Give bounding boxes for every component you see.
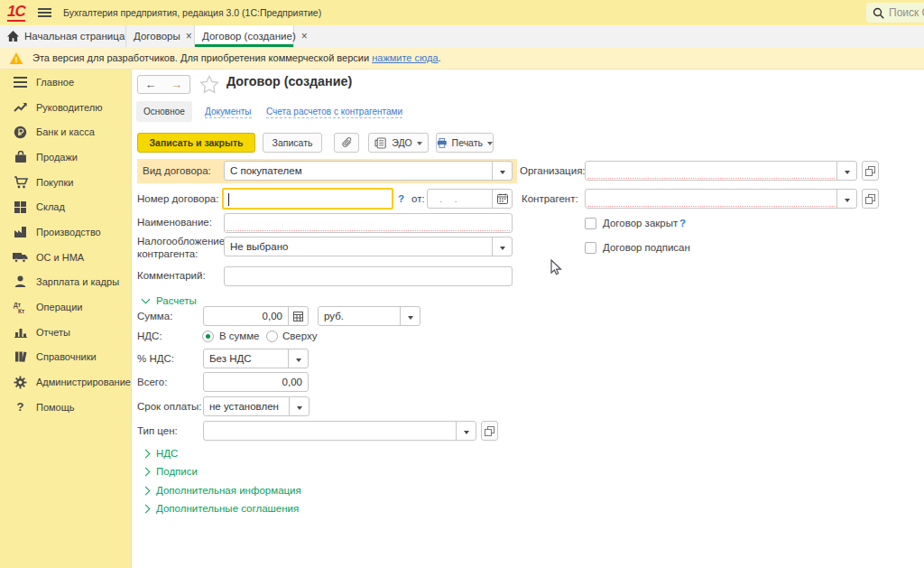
number-help[interactable]: ? [398,193,404,204]
kind-combobox[interactable]: С покупателем [224,161,513,181]
tax-dropdown-arrow [500,247,505,253]
sidebar-item-pokupki[interactable]: Покупки [0,170,131,195]
group-raschety[interactable]: Расчеты [143,295,197,306]
sidebar-label: Производство [36,227,101,237]
sidebar-item-proizvodstvo[interactable]: Производство [0,219,131,245]
kind-dropdown-button[interactable] [492,162,512,180]
closed-help[interactable]: ? [679,218,686,228]
sidebar-item-operacii[interactable]: ДтКт Операции [0,294,131,320]
tax-label: Налогообложениеконтрагента: [137,236,225,260]
books-icon [11,349,30,365]
back-button[interactable]: ← [137,75,164,94]
sum-calc-button[interactable] [288,307,308,325]
vat-pct-dropdown-arrow [296,358,301,365]
nav-tab-osnovnoe[interactable]: Основное [136,101,192,122]
contr-dropdown-arrow [845,199,850,205]
edo-button[interactable]: ЭДО [368,133,429,153]
sidebar-item-rukovoditelyu[interactable]: Руководителю [0,95,131,120]
group-dop-info[interactable]: Дополнительная информация [143,485,301,496]
price-open-button[interactable] [481,421,498,441]
menu-lines-icon [11,74,30,89]
contr-dropdown-button[interactable] [836,190,856,208]
favorite-star-icon[interactable] [199,75,219,94]
price-combobox[interactable] [203,421,476,441]
vat-pct-combobox[interactable]: Без НДС [203,349,309,368]
group-nds[interactable]: НДС [143,448,178,459]
sidebar-item-prodazhi[interactable]: Продажи [0,144,131,170]
sidebar-item-administrirovanie[interactable]: Администрирование [0,369,131,395]
warning-link[interactable]: нажмите сюда [372,52,438,63]
number-input[interactable] [222,188,393,210]
1c-logo: 1С [7,4,25,22]
sidebar-item-zarplata[interactable]: Зарплата и кадры [0,270,131,295]
sidebar-label: Администрирование [36,377,131,387]
gear-icon [11,375,30,390]
number-value [224,190,392,208]
closed-checkbox[interactable] [585,218,596,229]
contr-combobox[interactable] [585,189,857,209]
org-open-button[interactable] [862,161,879,181]
vat-pct-value: Без НДС [204,349,288,368]
nav-link-dokumenty[interactable]: Документы [205,106,252,118]
signed-checkbox[interactable] [585,242,596,254]
sum-input[interactable]: 0,00 [203,306,309,326]
bag-icon [11,149,30,164]
save-close-button[interactable]: Записать и закрыть [137,133,255,153]
due-dropdown-button[interactable] [289,397,309,415]
tab-dogovory[interactable]: Договоры × [126,25,195,47]
forward-button[interactable]: → [163,75,190,94]
chevron-down-icon [142,295,151,304]
sidebar-item-sklad[interactable]: Склад [0,194,131,219]
sections-panel: Главное Руководителю Банк и касса Продаж… [0,70,132,568]
from-label: от: [411,193,425,206]
currency-value: руб. [319,307,400,325]
name-input[interactable] [224,213,513,233]
kind-dropdown-arrow [500,171,505,177]
group-podpisi[interactable]: Подписи [143,466,198,477]
tab-dogovory-close-icon[interactable]: × [186,32,192,41]
mouse-cursor [550,259,562,276]
tab-dogovor-create[interactable]: Договор (создание) × [195,25,294,47]
sidebar-label: ОС и НМА [36,252,84,263]
group-dop-soglasheniya[interactable]: Дополнительные соглашения [143,503,299,514]
price-label: Тип цен: [137,425,178,438]
currency-dropdown-button[interactable] [400,307,420,325]
total-input[interactable]: 0,00 [203,372,309,392]
svg-text:Кт: Кт [18,308,24,314]
tax-dropdown-button[interactable] [492,237,512,256]
contr-open-button[interactable] [862,189,879,209]
sidebar-item-os-nma[interactable]: ОС и НМА [0,245,131,270]
sidebar-item-otchety[interactable]: Отчеты [0,320,131,345]
tab-home[interactable]: Начальная страница [0,25,126,47]
main-menu-icon[interactable] [38,8,51,19]
sidebar-item-pomosch[interactable]: ? Помощь [0,395,131,420]
due-combobox[interactable]: не установлен [203,396,310,416]
price-dropdown-button[interactable] [456,422,476,440]
date-picker-button[interactable] [492,190,512,208]
global-search[interactable]: Поиск C [866,3,924,23]
sidebar-item-spravochniki[interactable]: Справочники [0,345,131,370]
vat-pct-dropdown-button[interactable] [288,349,308,368]
save-button[interactable]: Записать [263,133,322,153]
org-combobox[interactable] [585,161,857,181]
print-button[interactable]: Печать [436,133,494,153]
vat-in-label: В сумме [219,331,259,343]
org-value [586,162,836,180]
grid-icon [11,200,30,215]
tax-combobox[interactable]: Не выбрано [224,237,513,256]
date-input[interactable]: . . [427,189,513,209]
attach-button[interactable] [334,133,359,153]
sidebar-item-bank-kassa[interactable]: Банк и касса [0,119,131,144]
nav-link-accounts[interactable]: Счета расчетов с контрагентами [266,106,402,118]
date-placeholder: . . [428,190,492,208]
vat-in-radio[interactable] [202,331,214,342]
tab-dogovor-create-close-icon[interactable]: × [301,32,308,41]
dev-version-warning: ! Эта версия для разработчиков. Для прио… [0,47,924,70]
org-dropdown-button[interactable] [836,162,856,180]
currency-combobox[interactable]: руб. [318,306,420,326]
paperclip-icon [341,136,353,149]
search-label: Поиск C [889,6,924,19]
sidebar-item-glavnoe[interactable]: Главное [0,70,131,95]
comment-input[interactable] [224,266,513,286]
vat-over-radio[interactable] [266,331,278,342]
